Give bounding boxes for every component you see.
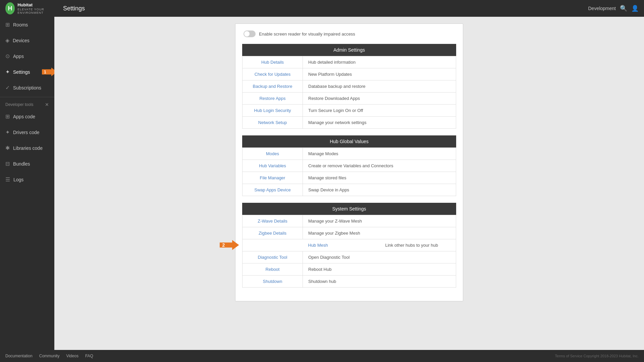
sidebar-item-devices[interactable]: ◈ Devices <box>0 33 54 48</box>
settings-link[interactable]: Diagnostic Tool <box>243 251 303 263</box>
settings-link[interactable]: Modes <box>243 148 303 160</box>
table-row: Hub Details Hub detailed information <box>243 56 456 68</box>
settings-desc: Manage your network settings <box>303 117 456 129</box>
settings-desc: Create or remove Variables and Connector… <box>303 160 456 172</box>
bundles-icon: ⊟ <box>5 161 10 167</box>
system-settings-header: System Settings <box>242 203 456 215</box>
settings-desc: Restore Downloaded Apps <box>303 93 456 105</box>
content-area: Enable screen reader for visually impair… <box>54 17 644 350</box>
apps-icon: ⊙ <box>5 53 10 59</box>
sidebar-item-logs[interactable]: ☰ Logs <box>0 172 54 187</box>
arrow-number: 1 <box>44 70 46 74</box>
admin-settings-header: Admin Settings <box>242 44 456 56</box>
rooms-icon: ⊞ <box>5 21 10 28</box>
settings-link[interactable]: Check for Updates <box>243 68 303 80</box>
settings-arrow-annotation: 1 <box>42 68 54 76</box>
env-label: Development <box>588 6 616 11</box>
sidebar-label-libraries: Libraries code <box>13 145 43 151</box>
logo-text: Hubitat <box>17 2 60 8</box>
table-row: Network Setup Manage your network settin… <box>243 117 456 129</box>
settings-desc: Link other hubs to your hub <box>380 239 456 251</box>
settings-link[interactable]: Hub Mesh <box>303 239 380 251</box>
sidebar-item-apps-code[interactable]: ⊞ Apps code <box>0 109 54 124</box>
settings-link[interactable]: Zigbee Details <box>243 227 303 239</box>
header-right: Development 🔍 👤 <box>588 5 639 12</box>
settings-icon: ✦ <box>5 69 10 75</box>
sidebar-label-apps: Apps <box>13 54 24 59</box>
sidebar-item-drivers-code[interactable]: ✦ Drivers code <box>0 124 54 140</box>
sidebar-item-rooms[interactable]: ⊞ Rooms <box>0 17 54 33</box>
system-settings-table: Z-Wave Details Manage your Z-Wave Mesh Z… <box>242 215 456 288</box>
admin-settings-section: Admin Settings Hub Details Hub detailed … <box>242 44 456 129</box>
main-layout: ⊞ Rooms ◈ Devices ⊙ Apps ✦ Settings 1 ✓ … <box>0 17 644 350</box>
settings-link[interactable]: Z-Wave Details <box>243 215 303 227</box>
footer-link-faq[interactable]: FAQ <box>85 354 93 358</box>
admin-settings-table: Hub Details Hub detailed information Che… <box>242 56 456 129</box>
settings-desc: Manage your Zigbee Mesh <box>303 227 380 239</box>
top-header: H Hubitat ELEVATE YOUR ENVIRONMENT Setti… <box>0 0 644 17</box>
footer: Documentation Community Videos FAQ Terms… <box>0 350 644 362</box>
settings-link[interactable]: Reboot <box>243 263 303 276</box>
settings-link[interactable]: Backup and Restore <box>243 80 303 93</box>
sidebar-item-subscriptions[interactable]: ✓ Subscriptions <box>0 80 54 96</box>
subscriptions-icon: ✓ <box>5 84 10 91</box>
table-row: Zigbee Details Manage your Zigbee Mesh <box>243 227 456 239</box>
developer-tools-header: Developer tools ✕ <box>0 99 54 109</box>
arrow-body: 2 <box>220 240 239 250</box>
user-icon[interactable]: 👤 <box>631 5 639 12</box>
table-row: Hub Login Security Turn Secure Login On … <box>243 105 456 117</box>
table-row: Modes Manage Modes <box>243 148 456 160</box>
settings-desc: New Platform Updates <box>303 68 456 80</box>
settings-link[interactable]: Hub Variables <box>243 160 303 172</box>
sidebar-item-settings[interactable]: ✦ Settings 1 <box>0 64 54 80</box>
footer-link-community[interactable]: Community <box>39 354 60 358</box>
settings-link[interactable]: Restore Apps <box>243 93 303 105</box>
hub-global-table: Modes Manage Modes Hub Variables Create … <box>242 147 456 196</box>
settings-desc: Open Diagnostic Tool <box>303 251 380 263</box>
settings-desc: Hub detailed information <box>303 56 456 68</box>
drivers-code-icon: ✦ <box>5 129 10 135</box>
settings-desc: Turn Secure Login On or Off <box>303 105 456 117</box>
footer-link-videos[interactable]: Videos <box>66 354 78 358</box>
table-row: Restore Apps Restore Downloaded Apps <box>243 93 456 105</box>
sidebar-label-apps-code: Apps code <box>13 114 35 119</box>
settings-desc: Reboot Hub <box>303 263 380 276</box>
settings-link[interactable]: File Manager <box>243 172 303 184</box>
table-row: Swap Apps Device Swap Device in Apps <box>243 184 456 196</box>
table-row: Z-Wave Details Manage your Z-Wave Mesh <box>243 215 456 227</box>
sidebar-label-drivers-code: Drivers code <box>13 130 40 135</box>
sidebar-item-bundles[interactable]: ⊟ Bundles <box>0 156 54 172</box>
hub-global-section: Hub Global Values Modes Manage Modes Hub… <box>242 135 456 196</box>
table-row: Hub Variables Create or remove Variables… <box>243 160 456 172</box>
screen-reader-toggle[interactable] <box>244 31 256 37</box>
hub-mesh-arrow: 2 <box>220 240 239 250</box>
sidebar-label-logs: Logs <box>13 177 23 182</box>
developer-tools-label: Developer tools <box>5 102 33 107</box>
settings-link[interactable]: Swap Apps Device <box>243 184 303 196</box>
sidebar-label-bundles: Bundles <box>13 161 30 167</box>
sidebar-label-subscriptions: Subscriptions <box>13 85 41 90</box>
sidebar-label-devices: Devices <box>13 38 30 43</box>
sidebar-label-settings: Settings <box>13 69 30 75</box>
logo-sub: ELEVATE YOUR ENVIRONMENT <box>17 8 60 14</box>
footer-copyright: Terms of Service Copyright 2018-2023 Hub… <box>555 354 639 358</box>
footer-link-documentation[interactable]: Documentation <box>5 354 33 358</box>
logo-area: H Hubitat ELEVATE YOUR ENVIRONMENT <box>5 2 60 14</box>
collapse-icon[interactable]: ✕ <box>45 102 49 107</box>
sidebar-item-apps[interactable]: ⊙ Apps <box>0 48 54 64</box>
settings-desc: Database backup and restore <box>303 80 456 93</box>
hub-global-header: Hub Global Values <box>242 135 456 147</box>
settings-link[interactable]: Hub Details <box>243 56 303 68</box>
sidebar-label-rooms: Rooms <box>13 22 28 27</box>
settings-link[interactable]: Hub Login Security <box>243 105 303 117</box>
page-title: Settings <box>63 5 588 12</box>
settings-link[interactable]: Shutdown <box>243 276 303 288</box>
settings-desc: Manage Modes <box>303 148 456 160</box>
search-icon[interactable]: 🔍 <box>620 5 627 12</box>
settings-link[interactable]: Network Setup <box>243 117 303 129</box>
settings-desc: Shutdown hub <box>303 276 380 288</box>
table-row: Check for Updates New Platform Updates <box>243 68 456 80</box>
screen-reader-label: Enable screen reader for visually impair… <box>259 32 355 37</box>
sidebar-item-libraries-code[interactable]: ✱ Libraries code <box>0 140 54 156</box>
table-row: File Manager Manage stored files <box>243 172 456 184</box>
